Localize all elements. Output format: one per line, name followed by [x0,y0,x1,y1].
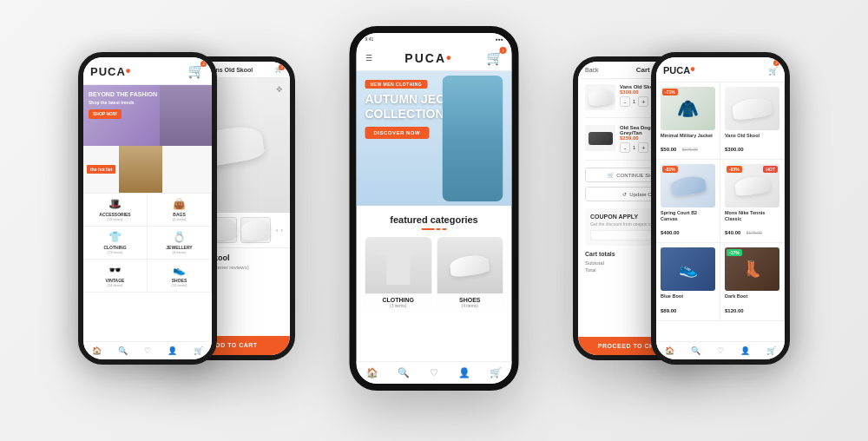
product-spring-court[interactable]: -81% Spring Court B2 Canvas $400.00 [656,160,720,243]
dark-boot-image: -17% 👢 [725,247,779,291]
discount-badge-3: -81% [662,166,678,173]
categories-grid: 🎩 ACCESSORIES (19 items) 👜 BAGS (3 items… [83,194,212,293]
p5-footer-cart[interactable]: 🛒 [766,346,776,355]
cart-back-button[interactable]: Back [585,67,599,73]
phone-home: PUCA• 🛒 2 BEYOND THE FASHION Shop the la… [78,52,217,365]
shoes-category-image [437,237,503,293]
p5-footer-home[interactable]: 🏠 [665,346,674,355]
move-icon: ✥ [276,85,283,94]
hotlist-image [119,146,162,194]
featured-clothing[interactable]: CLOTHING (3 items) [365,237,432,311]
status-bar: 9:41 ●●● [357,33,512,45]
p5-logo: PUCA• [663,62,695,77]
blue-boot-image: 👟 [661,247,715,291]
main-footer-wishlist[interactable]: ♡ [430,367,438,378]
main-footer-home[interactable]: 🏠 [366,367,378,378]
qty-decrease-2[interactable]: - [620,142,630,153]
product-vans[interactable]: Vans Old Skool $300.00 [720,82,785,160]
tennis-price: $40.00 [725,230,740,235]
footer-cart-icon[interactable]: 🛒 [194,346,203,355]
main-cart-badge: 2 [500,47,507,54]
tennis-name: Mons Nike Tennis Classic [725,210,779,222]
jacket-old-price: $175.00 [682,147,698,152]
shop-now-button[interactable]: SHOP NOW [89,109,122,119]
total-label: Total [585,267,596,273]
p1-cart[interactable]: 🛒 2 [187,63,205,79]
main-header: ☰ PUCA• 🛒 2 [357,45,512,71]
hotlist-label: the hot list [87,165,115,174]
prev-arrow[interactable]: ‹ [276,227,279,234]
phone-listing: PUCA• 🛒 2 -71% 🧥 Minimal Military Jacket… [651,52,790,365]
main-footer-cart[interactable]: 🛒 [490,367,502,378]
product-dark-boot[interactable]: -17% 👢 Dark Boot $120.00 [720,243,785,320]
category-vintage[interactable]: 🕶️ VINTAGE (24 items) [83,260,148,293]
category-bags[interactable]: 👜 BAGS (3 items) [148,194,212,227]
p5-header: PUCA• 🛒 2 [656,57,785,82]
next-arrow[interactable]: › [280,227,283,234]
main-footer-account[interactable]: 👤 [458,367,470,378]
footer-search-icon[interactable]: 🔍 [118,346,128,355]
shoes-icon: 👟 [173,264,186,276]
jacket-name: Minimal Military Jacket [661,133,715,139]
category-clothing[interactable]: 👕 CLOTHING (73 items) [83,227,148,260]
category-accessories[interactable]: 🎩 ACCESSORIES (19 items) [83,194,148,227]
footer-account-icon[interactable]: 👤 [168,346,177,355]
category-shoes[interactable]: 👟 SHOES (13 items) [148,260,212,293]
cart-button[interactable]: 🛒 2 [275,66,283,73]
jacket-image: -71% 🧥 [661,87,715,130]
footer-home-icon[interactable]: 🏠 [92,346,102,355]
main-logo: PUCA• [404,50,452,66]
hero-image [160,85,212,146]
featured-categories: CLOTHING (3 items) SHOES (4 items) [365,237,503,311]
shopping-icon: 🛒 [608,172,614,178]
featured-section: featured categories CLOTHING (3 items) [357,206,512,319]
discover-button[interactable]: DISCOVER NOW [365,127,430,139]
vans-name: Vans Old Skool [725,133,779,139]
refresh-icon: ↺ [622,191,627,197]
p5-footer-account[interactable]: 👤 [740,346,750,355]
subtotal-label: Subtotal [585,260,604,266]
category-jewellery[interactable]: 💍 JEWELLERY (4 items) [148,227,212,260]
product-tennis[interactable]: -93% HOT Mons Nike Tennis Classic $40.00… [720,160,785,243]
p5-cart[interactable]: 🛒 2 [768,62,778,77]
p5-footer-wishlist[interactable]: ♡ [717,346,724,355]
cart-badge-p2: 2 [279,64,285,70]
p5-footer: 🏠 🔍 ♡ 👤 🛒 [656,341,785,359]
cart-badge: 2 [201,61,207,67]
main-footer-search[interactable]: 🔍 [398,367,410,378]
qty-increase-2[interactable]: + [638,142,648,153]
featured-shoes[interactable]: SHOES (4 items) [437,237,503,311]
vans-image [725,87,779,130]
p1-footer: 🏠 🔍 ♡ 👤 🛒 [83,341,212,359]
featured-title: featured categories [365,214,503,225]
tennis-old-price: $175.00 [746,230,762,235]
hot-badge-4: HOT [763,166,778,173]
discount-badge-6: -17% [727,249,742,256]
spring-court-price: $400.00 [661,230,680,235]
tennis-image: -93% HOT [725,164,779,207]
hotlist-section: the hot list [83,146,212,194]
footer-wishlist-icon[interactable]: ♡ [144,346,151,355]
menu-icon[interactable]: ☰ [365,54,372,63]
vintage-icon: 🕶️ [108,264,122,276]
clothing-icon: 👕 [108,231,122,243]
discount-badge-4: -93% [727,166,742,173]
blue-boot-price: $89.00 [661,308,676,313]
qty-increase-1[interactable]: + [638,96,648,107]
product-military-jacket[interactable]: -71% 🧥 Minimal Military Jacket $50.00 $1… [656,82,720,160]
dark-boot-name: Dark Boot [725,293,779,299]
featured-divider [365,228,503,230]
product-blue-boot[interactable]: 👟 Blue Boot $89.00 [656,243,720,320]
p1-hero: BEYOND THE FASHION Shop the latest trend… [83,85,212,146]
qty-decrease-1[interactable]: - [620,96,630,107]
coupon-input[interactable] [590,230,660,240]
blue-boot-name: Blue Boot [661,293,715,299]
vans-price: $300.00 [725,147,744,152]
p5-footer-search[interactable]: 🔍 [691,346,700,355]
hero-badge: NEW MEN CLOTHING [365,80,428,89]
main-cart[interactable]: 🛒 2 [486,49,503,66]
discount-badge-1: -71% [662,89,678,95]
thumb-3[interactable] [240,217,271,243]
main-hero: NEW MEN CLOTHING AUTUMN JECKETSCOLLECTIO… [357,71,512,206]
clothing-category-image [365,237,432,293]
